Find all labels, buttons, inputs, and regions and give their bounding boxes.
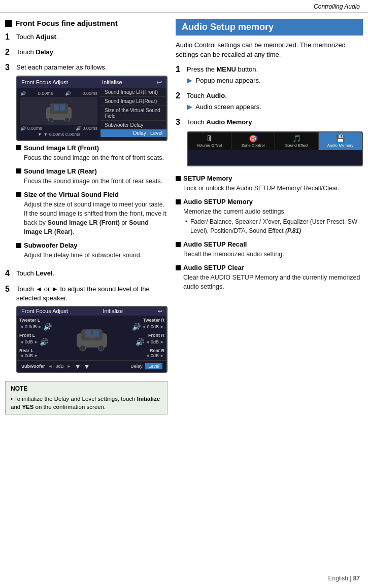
bullet-subwoofer: Subwoofer Delay Adjust the delay time of…	[16, 241, 168, 260]
device-screen-2: Front Focus Adjust Initialize ↩ Tweeter …	[16, 306, 168, 373]
ds2-back-icon: ↩	[158, 308, 162, 315]
bullet-sq-2	[16, 168, 21, 174]
ds1-init: Initialise	[102, 79, 122, 85]
step-2-num: 2	[5, 48, 13, 59]
tab-sound-effect: 🎵 Sound Effect	[275, 132, 319, 150]
right-bullet-title-1: SETUP Memory	[176, 175, 363, 182]
ds1-bottom-bar: Delay Level	[101, 129, 166, 137]
menu-item-4: Subwoofer Delay	[101, 121, 166, 129]
bullet-sq-1	[16, 145, 21, 150]
right-bullet-body-3: Recall the memorized audio setting.	[176, 250, 363, 259]
bullet-virtual-sound: Size of the Virtual Sound Field Adjust t…	[16, 191, 168, 237]
step-5-content: Touch ◄ or ► to adjust the sound level o…	[16, 285, 168, 376]
right-bullet-title-4: Audio SETUP Clear	[176, 264, 363, 271]
step-1-num: 1	[5, 32, 13, 44]
right-bullet-sq-1	[176, 176, 181, 181]
step-1-bold: Adjust	[36, 33, 56, 41]
right-step-3-content: Touch Audio Memory. 🎚 Volume Offset 🎯 Zo…	[187, 118, 363, 170]
right-bullet-audio-setup-clear: Audio SETUP Clear Clear the AUDIO SETUP …	[176, 264, 363, 291]
svg-point-8	[80, 345, 86, 351]
front-l: Front L ◄ 0dB ► 🔊	[19, 333, 60, 346]
note-initialize-bold: Initialize	[137, 396, 160, 402]
right-bullet-body-2: Memorize the current audio settings. Fad…	[176, 207, 363, 235]
ds1-header: Front Focus Adjust Initialise ↩	[17, 77, 166, 88]
right-intro: Audio Control settings can be memorized.…	[176, 41, 363, 60]
right-bullet-title-text-3: Audio SETUP Recall	[183, 240, 247, 248]
audio-tabs-screen: 🎚 Volume Offset 🎯 Zone Control 🎵 Sound E…	[187, 131, 363, 166]
right-bullet-sub-2: Fader/ Balance, Speaker / X'over, Equali…	[183, 218, 363, 235]
right-column: Audio Setup memory Audio Control setting…	[176, 19, 363, 414]
step-5-num: 5	[5, 285, 13, 376]
ds2-body: Tweeter L ◄ 0.0dB ► 🔊 Front L	[17, 316, 166, 360]
step-5: 5 Touch ◄ or ► to adjust the sound level…	[5, 285, 168, 376]
menu-item-2: Sound Image LR(Rear)	[101, 97, 166, 106]
right-step-2-num: 2	[176, 91, 184, 114]
bullet-body-1: Focus the sound image on the front of fr…	[16, 153, 168, 162]
right-bullet-setup-memory: SETUP Memory Lock or unlock the Audio SE…	[176, 175, 363, 193]
ds1-delay-label: Delay	[133, 130, 146, 136]
footer-page: 87	[353, 575, 360, 582]
svg-rect-5	[60, 105, 65, 111]
step-2-content: Touch Delay.	[16, 48, 168, 59]
tweeter-l: Tweeter L ◄ 0.0dB ► 🔊	[19, 318, 60, 331]
right-step-1-content: Press the MENU button. ▶ Popup menu appe…	[187, 65, 363, 87]
ds1-level-label: Level	[150, 130, 162, 136]
svg-point-9	[98, 345, 104, 351]
ds2-car-center	[62, 318, 122, 358]
menu-item-3: Size of the Virtual Sound Field	[101, 106, 166, 121]
rear-l: Rear L ◄ 0dB ►	[19, 348, 60, 358]
right-step-3: 3 Touch Audio Memory. 🎚 Volume Offset 🎯 …	[176, 118, 363, 170]
bullet-sound-lr-rear: Sound Image LR (Rear) Focus the sound im…	[16, 167, 168, 186]
svg-point-2	[48, 117, 53, 122]
page-footer: English | 87	[328, 575, 360, 582]
left-section-title: Front Focus fine adjustment	[5, 19, 168, 27]
audio-setup-header: Audio Setup memory	[176, 19, 363, 36]
step-2: 2 Touch Delay.	[5, 48, 168, 59]
car-svg-2	[74, 324, 110, 352]
ds1-menu-list: Sound Image LR(Front) Sound Image LR(Rea…	[101, 88, 166, 129]
footer-lang: English	[328, 575, 348, 582]
car-svg	[44, 99, 74, 122]
bullet-sq-3	[16, 192, 21, 197]
bullet-title-text-2: Sound Image LR (Rear)	[24, 167, 97, 175]
ds1-back-icon: ↩	[156, 78, 162, 86]
ds2-header: Front Focus Adjust Initialize ↩	[17, 307, 166, 316]
note-box: NOTE • To initialize the Delay and Level…	[5, 381, 168, 414]
right-step-2: 2 Touch Audio. ▶ Audio screen appears.	[176, 91, 363, 114]
right-bullet-title-3: Audio SETUP Recall	[176, 240, 363, 248]
right-bullet-audio-setup-memory: Audio SETUP Memory Memorize the current …	[176, 198, 363, 235]
right-step-2-content: Touch Audio. ▶ Audio screen appears.	[187, 91, 363, 114]
right-step-3-num: 3	[176, 118, 184, 170]
right-bullet-sq-4	[176, 265, 181, 270]
bullet-body-3: Adjust the size of sound image to meet y…	[16, 200, 168, 237]
step-4-bold: Level	[36, 269, 52, 277]
bullet-body-4: Adjust the delay time of subwoofer sound…	[16, 251, 168, 260]
svg-rect-4	[54, 105, 59, 111]
section-title-icon	[5, 20, 12, 27]
right-bullet-title-text-4: Audio SETUP Clear	[183, 264, 244, 271]
ds1-title: Front Focus Adjust	[21, 79, 68, 85]
tweeter-r: Tweeter R 🔊 ◄ 0.0dB ►	[124, 318, 164, 331]
right-bullet-sq-2	[176, 199, 181, 204]
step-3-num: 3	[5, 63, 13, 265]
right-bullet-title-text-2: Audio SETUP Memory	[183, 198, 253, 205]
ds2-left-speakers: Tweeter L ◄ 0.0dB ► 🔊 Front L	[19, 318, 60, 358]
note-content: • To initialize the Delay and Level sett…	[11, 395, 162, 411]
ds2-level-btn: Level	[145, 363, 162, 369]
right-bullet-audio-setup-recall: Audio SETUP Recall Recall the memorized …	[176, 240, 363, 259]
step-4: 4 Touch Level.	[5, 269, 168, 280]
tab-zone-control: 🎯 Zone Control	[231, 132, 275, 150]
right-bullet-title-text-1: SETUP Memory	[183, 175, 232, 182]
front-r: Front R 🔊 ◄ 0dB ►	[124, 333, 164, 346]
right-bullet-body-1: Lock or unlock the Audio SETUP Memory/ R…	[176, 184, 363, 193]
svg-rect-12	[89, 334, 94, 338]
tab-audio-memory: 💾 Audio Memory	[319, 132, 362, 150]
step-3-content: Set each parameter as follows. Front Foc…	[16, 63, 168, 265]
step-1: 1 Touch Adjust.	[5, 32, 168, 44]
bullet-title-text-1: Sound Image LR (Front)	[24, 144, 99, 152]
tab-volume-offset: 🎚 Volume Offset	[188, 132, 231, 150]
step-4-content: Touch Level.	[16, 269, 168, 280]
right-step-1-num: 1	[176, 65, 184, 87]
page-header: Controlling Audio	[0, 0, 368, 13]
note-yes-bold: YES	[22, 404, 34, 410]
